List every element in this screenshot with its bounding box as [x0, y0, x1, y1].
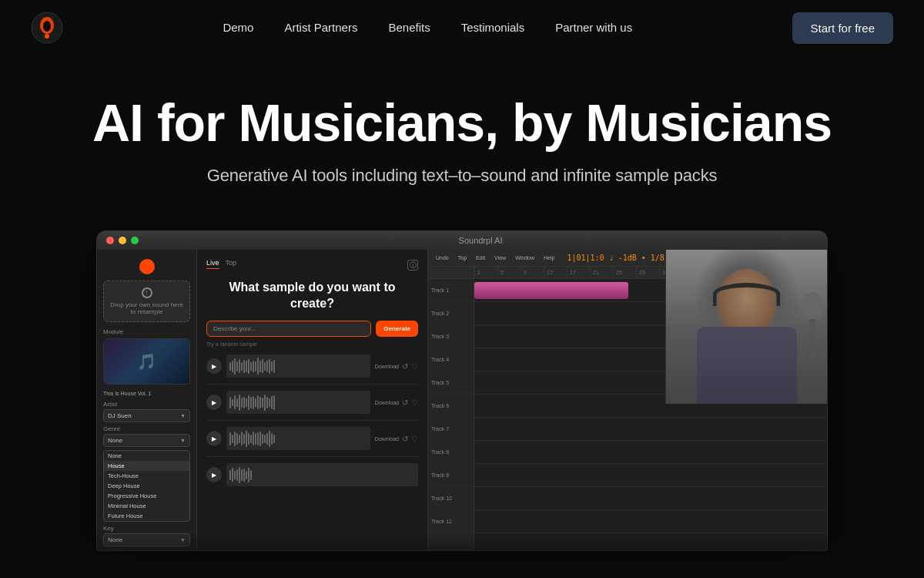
suggestion-text[interactable]: Try a random sample [206, 341, 418, 347]
close-dot [106, 237, 114, 244]
genre-option-deep-house[interactable]: Deep House [104, 481, 189, 491]
track-row-9 [474, 464, 827, 487]
daw-window[interactable]: Window [512, 254, 537, 261]
audio-row-2: ▶ [206, 391, 418, 421]
bar [234, 432, 236, 447]
app-titlebar: Soundrpl AI [97, 231, 827, 250]
genre-option-prog-house[interactable]: Progressive House [104, 491, 189, 501]
download-link-3[interactable]: Download [375, 436, 399, 442]
settings-icon[interactable]: ⓘ [407, 260, 418, 271]
heart-icon-2[interactable]: ♡ [411, 398, 418, 407]
bar [273, 435, 275, 444]
ruler-mark: 5 [497, 267, 521, 278]
bar [236, 398, 238, 408]
play-button-2[interactable]: ▶ [206, 395, 222, 410]
module-card[interactable]: 🎵 [103, 338, 190, 385]
start-free-button[interactable]: Start for free [792, 12, 893, 44]
person-figure [666, 250, 827, 404]
bar [269, 359, 270, 375]
app-content: ↑ Drop your own sound here to resample M… [97, 250, 827, 550]
nav-cta: Start for free [792, 12, 893, 44]
bar [250, 435, 252, 444]
bar [243, 397, 245, 409]
genre-option-none[interactable]: None [104, 451, 189, 461]
nav-benefits[interactable]: Benefits [388, 21, 430, 34]
bar [248, 468, 249, 483]
upload-area[interactable]: ↑ Drop your own sound here to resample [103, 281, 190, 322]
genre-option-future-house[interactable]: Future House [104, 511, 189, 521]
daw-top[interactable]: Top [455, 254, 470, 261]
genre-option-house[interactable]: House [104, 461, 189, 471]
refresh-icon-3[interactable]: ↺ [402, 435, 408, 443]
daw-undo[interactable]: Undo [433, 254, 452, 261]
nav-demo[interactable]: Demo [223, 21, 253, 34]
play-button-4[interactable]: ▶ [206, 467, 222, 482]
bar [259, 397, 261, 409]
artist-select[interactable]: DJ Suen ▼ [103, 409, 190, 422]
key-label: Key [103, 525, 190, 532]
track-label-6: Track 6 [428, 395, 474, 418]
bar [273, 360, 275, 373]
play-button-3[interactable]: ▶ [206, 431, 222, 446]
bar [264, 362, 266, 371]
person-head [718, 269, 775, 334]
genre-option-minimal-house[interactable]: Minimal House [104, 501, 189, 511]
audio-row-3: ▶ [206, 427, 418, 457]
tab-live[interactable]: Live [206, 259, 219, 269]
bar [262, 359, 263, 373]
bar [257, 358, 259, 375]
sample-search-input[interactable]: Describe your... [206, 321, 371, 337]
refresh-icon-2[interactable]: ↺ [402, 398, 408, 407]
bar [262, 398, 263, 408]
genre-dropdown-arrow: ▼ [180, 438, 186, 443]
waveform-3 [226, 427, 370, 450]
genre-option-tech-house[interactable]: Tech-House [104, 471, 189, 481]
soundry-tabs: Live Top [206, 259, 236, 269]
genre-dropdown-list: None House Tech-House Deep House Progres… [103, 450, 190, 522]
bar [259, 432, 261, 447]
daw-track-labels: Track 1 Track 2 Track 3 Track 4 Track 5 … [428, 267, 474, 550]
artist-value: DJ Suen [108, 412, 132, 419]
play-button-1[interactable]: ▶ [206, 358, 222, 374]
search-bar: Describe your... Generate [206, 321, 418, 337]
heart-icon-1[interactable]: ♡ [411, 362, 418, 371]
heart-icon-3[interactable]: ♡ [411, 435, 418, 443]
track-row-11 [474, 510, 827, 533]
daw-edit[interactable]: Edit [473, 254, 488, 261]
bar [243, 434, 245, 444]
bar [248, 359, 249, 375]
tab-top[interactable]: Top [226, 259, 237, 269]
track-row-8 [474, 441, 827, 464]
bar [243, 469, 245, 482]
bar [264, 435, 266, 442]
nav-partner[interactable]: Partner with us [555, 21, 632, 34]
nav-artist-partners[interactable]: Artist Partners [284, 21, 357, 34]
genre-select[interactable]: None ▼ [103, 434, 190, 447]
track-clip[interactable] [474, 282, 628, 299]
track-label-spacer [428, 267, 474, 279]
track-row-10 [474, 487, 827, 510]
refresh-icon-1[interactable]: ↺ [402, 362, 408, 371]
nav-testimonials[interactable]: Testimonials [461, 21, 525, 34]
waveform-1 [226, 355, 370, 378]
minimize-dot [119, 237, 126, 244]
daw-view[interactable]: View [491, 254, 509, 261]
download-link-2[interactable]: Download [375, 400, 399, 405]
bar [250, 470, 252, 480]
daw-help[interactable]: Help [541, 254, 557, 261]
generate-button[interactable]: Generate [376, 321, 418, 337]
audio-row-1: ▶ [206, 355, 418, 385]
bar [253, 396, 254, 409]
bar [239, 435, 240, 442]
bar [266, 433, 268, 445]
track-label-9: Track 9 [428, 464, 474, 487]
track-label-1: Track 1 [428, 279, 474, 302]
app-sidebar: ↑ Drop your own sound here to resample M… [97, 250, 197, 550]
ruler-mark: 13 [544, 267, 567, 278]
bar [243, 360, 245, 373]
track-row-7 [474, 418, 827, 441]
bar [255, 361, 256, 371]
download-link-1[interactable]: Download [375, 364, 399, 369]
logo[interactable] [31, 12, 63, 44]
sidebar-logo-icon [139, 259, 155, 274]
